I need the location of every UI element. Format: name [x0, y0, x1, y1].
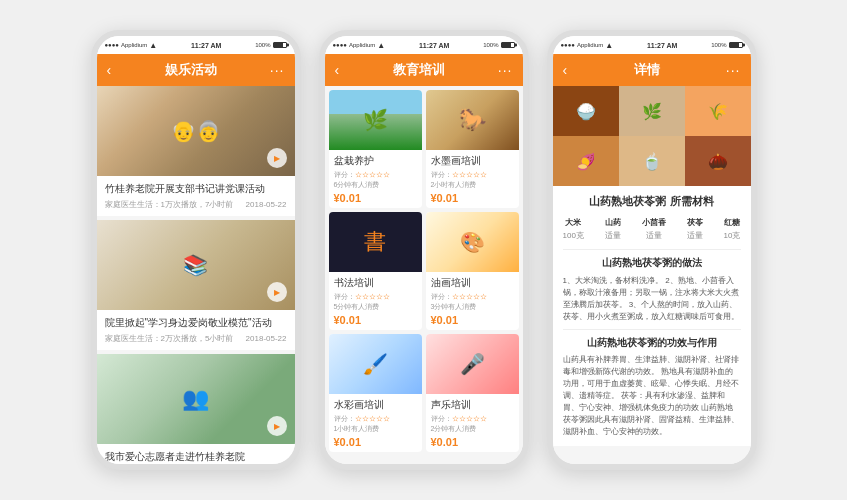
- status-bar-2: ●●●● Applidium ▲ 11:27 AM 100%: [325, 36, 523, 54]
- course-duration-2: 2小时有人消费: [431, 180, 514, 190]
- play-button-3[interactable]: ▶: [267, 416, 287, 436]
- divider-2: [563, 329, 741, 330]
- back-button-2[interactable]: ‹: [335, 62, 340, 78]
- battery-pct-3: 100%: [711, 42, 726, 48]
- status-bar-1: ●●●● Applidium ▲ 11:27 AM 100%: [97, 36, 295, 54]
- battery-pct-2: 100%: [483, 42, 498, 48]
- activity-item-1[interactable]: ▶ 竹桂养老院开展支部书记讲党课活动 家庭医生生活：1万次播放，7小时前 201…: [97, 86, 295, 216]
- battery-pct-1: 100%: [255, 42, 270, 48]
- activity-image-2: ▶: [97, 220, 295, 310]
- ingredient-name-4: 红糖: [724, 217, 740, 228]
- course-img-5: [329, 334, 422, 394]
- page-title-3: 详情: [634, 61, 660, 79]
- ingredient-amount-0: 100克: [563, 230, 584, 241]
- ingredient-name-0: 大米: [565, 217, 581, 228]
- activity-meta-1: 家庭医生生活：1万次播放，7小时前 2018-05-22: [105, 199, 287, 210]
- course-price-1: ¥0.01: [334, 192, 417, 204]
- course-price-3: ¥0.01: [334, 314, 417, 326]
- course-card-2[interactable]: 水墨画培训 评分：☆☆☆☆☆ 2小时有人消费 ¥0.01: [426, 90, 519, 208]
- time-3: 11:27 AM: [647, 42, 677, 49]
- activity-image-3: ▶: [97, 354, 295, 444]
- phone-entertainment: ●●●● Applidium ▲ 11:27 AM 100% ‹ 娱乐活动 ··…: [91, 30, 301, 470]
- course-title-1: 盆栽养护: [334, 154, 417, 168]
- page-title-1: 娱乐活动: [165, 61, 217, 79]
- course-card-6[interactable]: 声乐培训 评分：☆☆☆☆☆ 2分钟有人消费 ¥0.01: [426, 334, 519, 452]
- ingredient-name-3: 茯苓: [687, 217, 703, 228]
- activity-title-3: 我市爱心志愿者走进竹桂养老院: [105, 450, 287, 464]
- phones-container: ●●●● Applidium ▲ 11:27 AM 100% ‹ 娱乐活动 ··…: [71, 10, 777, 490]
- ingredient-name-2: 小茴香: [642, 217, 666, 228]
- ingredient-amount-2: 适量: [646, 230, 662, 241]
- activity-info-3: 我市爱心志愿者走进竹桂养老院 家庭医生生活：3万次播放，3小时前 2018-05…: [97, 444, 295, 464]
- course-info-5: 水彩画培训 评分：☆☆☆☆☆ 1小时有人消费 ¥0.01: [329, 394, 422, 452]
- activity-item-3[interactable]: ▶ 我市爱心志愿者走进竹桂养老院 家庭医生生活：3万次播放，3小时前 2018-…: [97, 354, 295, 464]
- more-button-3[interactable]: ···: [726, 62, 741, 78]
- course-title-5: 水彩画培训: [334, 398, 417, 412]
- food-cell-5: 🍵: [619, 136, 685, 186]
- ingredient-fennel: 小茴香 适量: [642, 217, 666, 241]
- course-rating-label-1: 评分：☆☆☆☆☆: [334, 170, 417, 180]
- course-duration-6: 2分钟有人消费: [431, 424, 514, 434]
- effect-text: 山药具有补脾养胃、生津益肺、滋阴补肾、社肾排毒和增强新陈代谢的功效。 熟地具有滋…: [563, 354, 741, 438]
- recipe-title: 山药熟地茯苓粥的做法: [563, 256, 741, 270]
- nav-bar-1: ‹ 娱乐活动 ···: [97, 54, 295, 86]
- activity-info-1: 竹桂养老院开展支部书记讲党课活动 家庭医生生活：1万次播放，7小时前 2018-…: [97, 176, 295, 216]
- food-cell-3: 🌾: [685, 86, 751, 136]
- course-info-2: 水墨画培训 评分：☆☆☆☆☆ 2小时有人消费 ¥0.01: [426, 150, 519, 208]
- more-button-1[interactable]: ···: [270, 62, 285, 78]
- course-title-6: 声乐培训: [431, 398, 514, 412]
- carrier-3: Applidium: [577, 42, 603, 48]
- battery-icon-1: [273, 42, 287, 48]
- signal-icon: ●●●●: [105, 42, 120, 48]
- course-rating-label-6: 评分：☆☆☆☆☆: [431, 414, 514, 424]
- nav-bar-3: ‹ 详情 ···: [553, 54, 751, 86]
- activity-meta-text-2: 家庭医生生活：2万次播放，5小时前: [105, 333, 234, 344]
- food-cell-6: 🌰: [685, 136, 751, 186]
- course-price-4: ¥0.01: [431, 314, 514, 326]
- course-card-3[interactable]: 书法培训 评分：☆☆☆☆☆ 5分钟有人消费 ¥0.01: [329, 212, 422, 330]
- detail-main-title: 山药熟地茯苓粥 所需材料: [563, 194, 741, 209]
- course-price-5: ¥0.01: [334, 436, 417, 448]
- course-rating-label-4: 评分：☆☆☆☆☆: [431, 292, 514, 302]
- food-cell-1: 🍚: [553, 86, 619, 136]
- activity-title-1: 竹桂养老院开展支部书记讲党课活动: [105, 182, 287, 196]
- signal-icon-3: ●●●●: [561, 42, 576, 48]
- status-bar-3: ●●●● Applidium ▲ 11:27 AM 100%: [553, 36, 751, 54]
- nav-bar-2: ‹ 教育培训 ···: [325, 54, 523, 86]
- play-button-1[interactable]: ▶: [267, 148, 287, 168]
- carrier-1: Applidium: [121, 42, 147, 48]
- activity-item-2[interactable]: ▶ 院里掀起"学习身边爱岗敬业模范"活动 家庭医生生活：2万次播放，5小时前 2…: [97, 220, 295, 350]
- course-card-4[interactable]: 油画培训 评分：☆☆☆☆☆ 3分钟有人消费 ¥0.01: [426, 212, 519, 330]
- course-img-1: [329, 90, 422, 150]
- ingredient-amount-4: 10克: [724, 230, 741, 241]
- course-info-1: 盆栽养护 评分：☆☆☆☆☆ 6分钟有人消费 ¥0.01: [329, 150, 422, 208]
- time-1: 11:27 AM: [191, 42, 221, 49]
- back-button-3[interactable]: ‹: [563, 62, 568, 78]
- more-button-2[interactable]: ···: [498, 62, 513, 78]
- time-2: 11:27 AM: [419, 42, 449, 49]
- course-img-2: [426, 90, 519, 150]
- ingredient-sugar: 红糖 10克: [724, 217, 741, 241]
- course-card-5[interactable]: 水彩画培训 评分：☆☆☆☆☆ 1小时有人消费 ¥0.01: [329, 334, 422, 452]
- course-title-3: 书法培训: [334, 276, 417, 290]
- back-button-1[interactable]: ‹: [107, 62, 112, 78]
- detail-scroll: 🍚 🌿 🌾 🍠 🍵 🌰 山药熟地茯苓粥 所需材料 大米 100克: [553, 86, 751, 464]
- battery-icon-3: [729, 42, 743, 48]
- activity-list: ▶ 竹桂养老院开展支部书记讲党课活动 家庭医生生活：1万次播放，7小时前 201…: [97, 86, 295, 464]
- course-card-1[interactable]: 盆栽养护 评分：☆☆☆☆☆ 6分钟有人消费 ¥0.01: [329, 90, 422, 208]
- course-price-6: ¥0.01: [431, 436, 514, 448]
- activity-date-2: 2018-05-22: [246, 334, 287, 343]
- course-title-4: 油画培训: [431, 276, 514, 290]
- activity-info-2: 院里掀起"学习身边爱岗敬业模范"活动 家庭医生生活：2万次播放，5小时前 201…: [97, 310, 295, 350]
- course-grid-inner: 盆栽养护 评分：☆☆☆☆☆ 6分钟有人消费 ¥0.01 水墨画培训 评分：☆☆☆…: [325, 86, 523, 456]
- activity-image-1: ▶: [97, 86, 295, 176]
- play-button-2[interactable]: ▶: [267, 282, 287, 302]
- ingredients-table: 大米 100克 山药 适量 小茴香 适量 茯苓: [563, 217, 741, 241]
- ingredient-name-1: 山药: [605, 217, 621, 228]
- course-grid: 盆栽养护 评分：☆☆☆☆☆ 6分钟有人消费 ¥0.01 水墨画培训 评分：☆☆☆…: [325, 86, 523, 464]
- course-duration-4: 3分钟有人消费: [431, 302, 514, 312]
- wifi-icon-2: ▲: [377, 41, 385, 50]
- activity-meta-text-1: 家庭医生生活：1万次播放，7小时前: [105, 199, 234, 210]
- course-rating-label-5: 评分：☆☆☆☆☆: [334, 414, 417, 424]
- detail-hero-image: 🍚 🌿 🌾 🍠 🍵 🌰: [553, 86, 751, 186]
